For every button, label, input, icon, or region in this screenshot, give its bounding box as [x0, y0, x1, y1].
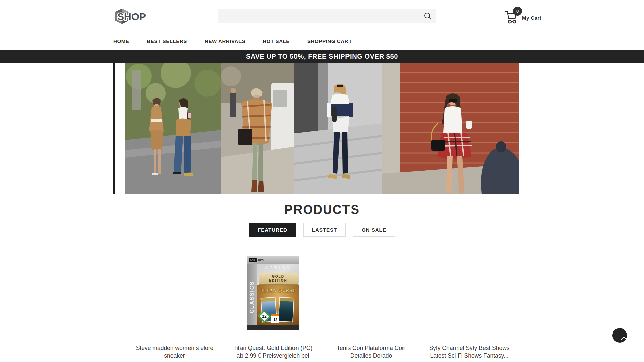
hero-slide-1-image [125, 63, 221, 194]
nav-item-best-sellers[interactable]: BEST SELLERS [147, 38, 187, 44]
product-image-missing[interactable] [322, 256, 420, 330]
hero-slide-2-image [221, 63, 294, 194]
products-section: PRODUCTS FEATURED LASTEST ON SALE Steve … [0, 202, 644, 362]
logo-text: SHOP [117, 11, 146, 22]
promo-banner-text: SAVE UP TO 50%, FREE SHIPPING OVER $50 [246, 53, 398, 60]
logo[interactable]: SHOP [113, 7, 160, 25]
classics-series-label: CLASSICS [249, 281, 255, 313]
nav-item-home[interactable]: HOME [113, 38, 129, 44]
tab-lastest[interactable]: LASTEST [303, 223, 346, 237]
products-section-title: PRODUCTS [0, 202, 644, 217]
usk-12-rating-badge: 12 [259, 311, 270, 322]
product-card-4[interactable]: Syfy Channel Syfy Best Shows Latest Sci … [420, 256, 519, 362]
search-bar [218, 9, 436, 23]
nav-item-hot-sale[interactable]: HOT SALE [263, 38, 290, 44]
product-image-missing[interactable] [420, 256, 519, 330]
pc-platform-label: PC [249, 258, 257, 262]
products-tabs: FEATURED LASTEST ON SALE [0, 223, 644, 237]
hero-carousel [125, 63, 519, 194]
cart-label: My Cart [522, 15, 541, 24]
dvd-media-label: DVD [258, 259, 264, 262]
product-title[interactable]: Steve madden women s elore sneaker [136, 344, 214, 360]
hero-slide-4-image [382, 63, 519, 194]
main-nav: HOME BEST SELLERS NEW ARRIVALS HOT SALE … [0, 33, 644, 50]
mini-box-cover-2 [278, 297, 294, 322]
nav-item-new-arrivals[interactable]: NEW ARRIVALS [205, 38, 245, 44]
hero-slide-3-image [294, 63, 382, 194]
gold-edition-label: GOLD EDITION [266, 275, 291, 283]
hero-slide-edge [113, 63, 115, 194]
product-card-3[interactable]: Tenis Con Plataforma Con Detalles Dorado… [322, 256, 420, 362]
product-grid: Steve madden women s elore sneaker ★★★★★… [125, 256, 519, 362]
titan-quest-title: TITAN QUEST [257, 288, 299, 293]
action-genre-label: ACTION [257, 265, 299, 270]
scroll-top-button[interactable] [612, 328, 627, 343]
tab-on-sale[interactable]: ON SALE [353, 223, 395, 237]
product-title[interactable]: Titan Quest: Gold Edition (PC) ab 2,99 €… [233, 344, 313, 360]
search-input[interactable] [218, 9, 420, 23]
product-image-titan-quest[interactable]: PC DVD CLASSICS ACTION GOLD EDITION TITA… [247, 256, 299, 330]
product-title[interactable]: Tenis Con Plataforma Con Detalles Dorado [337, 344, 405, 360]
product-card-1[interactable]: Steve madden women s elore sneaker ★★★★★ [125, 256, 224, 362]
chevron-up-icon [620, 336, 628, 341]
hero-slide-4[interactable] [382, 63, 519, 194]
hero-slide-2[interactable] [221, 63, 294, 194]
product-title[interactable]: Syfy Channel Syfy Best Shows Latest Sci … [429, 344, 509, 360]
cart-count-badge: 0 [513, 7, 522, 16]
hero-slide-1[interactable] [125, 63, 221, 194]
age-12-rating-badge: 12 [271, 314, 279, 323]
promo-banner: SAVE UP TO 50%, FREE SHIPPING OVER $50 [0, 50, 644, 63]
cart[interactable]: 0 My Cart [504, 8, 541, 24]
hero-slide-3[interactable] [294, 63, 382, 194]
tab-featured[interactable]: FEATURED [249, 223, 296, 237]
nav-item-shopping-cart[interactable]: SHOPPING CART [307, 38, 352, 44]
header: SHOP 0 My Cart [0, 0, 644, 32]
product-image-missing[interactable] [125, 256, 224, 330]
product-card-2[interactable]: PC DVD CLASSICS ACTION GOLD EDITION TITA… [224, 256, 322, 362]
shop-logo-hexagon-icon: SHOP [113, 7, 160, 25]
search-icon [424, 12, 432, 20]
shop-homepage: SHOP 0 My Cart [0, 0, 644, 362]
search-button[interactable] [420, 9, 436, 23]
